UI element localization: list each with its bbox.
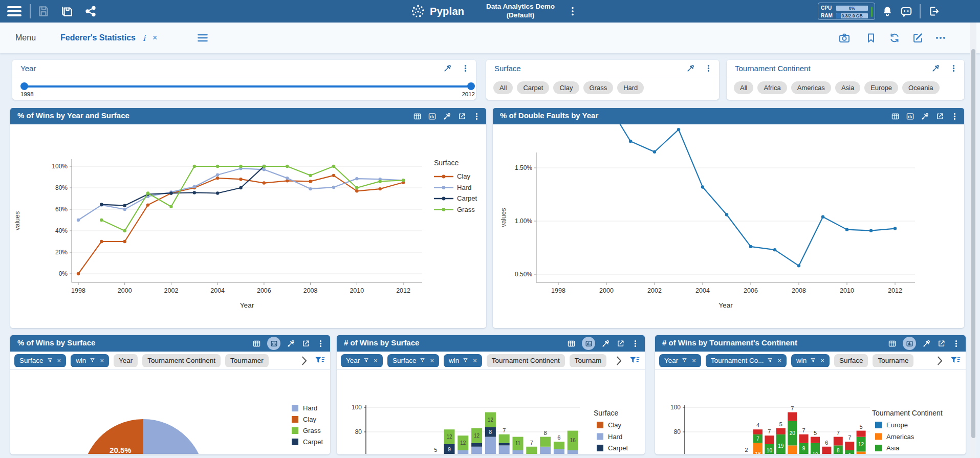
chip-filter-icon[interactable] [420, 357, 426, 364]
tab-close-icon[interactable]: × [153, 33, 157, 42]
chip-filter-icon[interactable] [767, 357, 774, 364]
assistant-chat-icon[interactable] [900, 5, 913, 18]
chip-filter-icon[interactable] [363, 357, 370, 364]
dimension-chip-win[interactable]: win× [444, 354, 482, 367]
open-in-new-icon[interactable] [458, 112, 466, 121]
chip-remove-icon[interactable]: × [374, 357, 378, 364]
chart-view-icon[interactable] [267, 337, 280, 350]
chip-remove-icon[interactable]: × [820, 357, 824, 364]
chart-view-icon[interactable] [582, 337, 595, 350]
chip-remove-icon[interactable]: × [57, 357, 61, 364]
table-view-icon[interactable] [888, 339, 897, 348]
slider-handle-min[interactable] [20, 82, 28, 90]
filter-menu-icon[interactable] [704, 64, 713, 73]
dimension-chip-win[interactable]: win× [71, 354, 109, 367]
scrollbar-thumb[interactable] [971, 49, 975, 438]
widget-tools-icon[interactable] [921, 112, 929, 121]
dimension-chip-tournam[interactable]: Tournam [570, 354, 607, 367]
chips-overflow-chevron-icon[interactable] [298, 355, 310, 367]
option-pill-oceania[interactable]: Oceania [902, 81, 939, 94]
dimension-chip-year[interactable]: Year [114, 354, 138, 367]
screenshot-icon[interactable] [838, 32, 851, 44]
main-menu-icon[interactable] [7, 6, 21, 16]
option-pill-clay[interactable]: Clay [553, 81, 579, 94]
widget-menu-icon[interactable] [952, 339, 961, 348]
chart-view-icon[interactable] [428, 112, 437, 121]
filter-menu-icon[interactable] [949, 64, 958, 73]
chip-filter-icon[interactable] [463, 357, 469, 364]
chip-remove-icon[interactable]: × [692, 357, 696, 364]
chip-remove-icon[interactable]: × [473, 357, 477, 364]
edit-icon[interactable] [912, 32, 924, 44]
dimension-chip-tournament-continent[interactable]: Tournament Continent [487, 354, 565, 367]
option-pill-europe[interactable]: Europe [864, 81, 898, 94]
table-view-icon[interactable] [252, 339, 261, 348]
option-pill-all[interactable]: All [734, 81, 753, 94]
tab-info-icon[interactable]: i [143, 33, 145, 43]
table-view-icon[interactable] [413, 112, 422, 121]
slider-track[interactable] [24, 85, 471, 88]
widget-tools-icon[interactable] [443, 112, 451, 121]
widget-menu-icon[interactable] [631, 339, 640, 348]
widget-menu-icon[interactable] [472, 112, 481, 121]
filter-settings-icon[interactable] [949, 355, 962, 366]
open-in-new-icon[interactable] [616, 339, 625, 348]
option-pill-carpet[interactable]: Carpet [517, 81, 549, 94]
widget-tools-icon[interactable] [601, 339, 610, 348]
dimension-chip-surface[interactable]: Surface× [14, 354, 66, 367]
dimension-chip-tournament-continent[interactable]: Tournament Continent [142, 354, 221, 367]
filter-settings-icon[interactable] [628, 355, 641, 366]
chip-remove-icon[interactable]: × [777, 357, 781, 364]
notifications-icon[interactable] [881, 5, 894, 17]
chip-filter-icon[interactable] [810, 357, 817, 364]
more-actions-icon[interactable] [934, 32, 947, 44]
dimension-chip-win[interactable]: win× [791, 354, 830, 367]
filter-tools-icon[interactable] [686, 64, 695, 73]
filter-tools-icon[interactable] [931, 64, 940, 73]
year-range-slider[interactable]: 1998 2012 [12, 80, 476, 99]
page-scrollbar[interactable] [970, 23, 976, 458]
filter-menu-icon[interactable] [461, 64, 470, 73]
chart-view-icon[interactable] [906, 112, 914, 121]
table-view-icon[interactable] [567, 339, 576, 348]
chip-filter-icon[interactable] [47, 357, 54, 364]
option-pill-asia[interactable]: Asia [835, 81, 860, 94]
widget-menu-icon[interactable] [950, 112, 959, 121]
widget-tools-icon[interactable] [287, 339, 295, 348]
dimension-chip-tournament-co-[interactable]: Tournament Co...× [706, 354, 787, 367]
widget-tools-icon[interactable] [922, 339, 931, 348]
share-nodes-icon[interactable] [84, 5, 97, 18]
option-pill-all[interactable]: All [493, 81, 513, 94]
bookmark-icon[interactable] [865, 32, 877, 44]
chip-remove-icon[interactable]: × [430, 357, 434, 364]
option-pill-hard[interactable]: Hard [617, 81, 644, 94]
open-in-new-icon[interactable] [937, 339, 946, 348]
chips-overflow-chevron-icon[interactable] [934, 355, 945, 367]
refresh-icon[interactable] [888, 32, 901, 44]
table-view-icon[interactable] [891, 112, 900, 121]
filter-tools-icon[interactable] [443, 64, 452, 73]
slider-handle-max[interactable] [467, 82, 475, 90]
dimension-chip-surface[interactable]: Surface [834, 354, 868, 367]
chart-view-icon[interactable] [903, 337, 916, 350]
chip-filter-icon[interactable] [90, 357, 96, 364]
chip-remove-icon[interactable]: × [100, 357, 104, 364]
open-in-new-icon[interactable] [301, 339, 310, 348]
open-in-new-icon[interactable] [935, 112, 944, 121]
dimension-chip-surface[interactable]: Surface× [387, 354, 439, 367]
widget-menu-icon[interactable] [316, 339, 325, 348]
save-icon[interactable] [37, 5, 50, 18]
dimension-chip-tourname[interactable]: Tourname [873, 354, 913, 367]
dimension-chip-year[interactable]: Year× [659, 354, 701, 367]
tab-menu[interactable]: Menu [15, 23, 36, 53]
chip-filter-icon[interactable] [682, 357, 688, 364]
dimension-chip-tournamer[interactable]: Tournamer [225, 354, 269, 367]
workspace-menu-icon[interactable] [567, 5, 578, 17]
filter-settings-icon[interactable] [314, 355, 326, 366]
logout-icon[interactable] [927, 5, 940, 17]
option-pill-americas[interactable]: Americas [791, 81, 831, 94]
option-pill-africa[interactable]: Africa [757, 81, 787, 94]
tab-federers-statistics[interactable]: Federer's Statistics i × [60, 23, 157, 53]
save-all-icon[interactable] [60, 5, 74, 18]
chips-overflow-chevron-icon[interactable] [613, 355, 624, 367]
